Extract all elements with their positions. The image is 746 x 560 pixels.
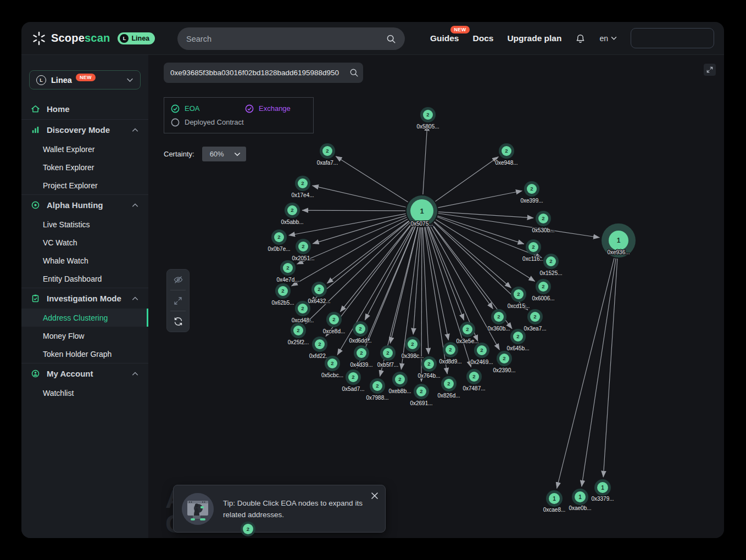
graph-node[interactable]: 20xafa7...: [317, 143, 338, 166]
graph-node[interactable]: 20xcd15...: [508, 287, 530, 309]
graph-node[interactable]: 10xcae8...: [543, 490, 566, 513]
graph-node[interactable]: 20x6006...: [532, 279, 554, 301]
graph-node[interactable]: 20xb5f7...: [377, 345, 398, 368]
graph-node[interactable]: 20x826d...: [437, 376, 460, 399]
graph-node[interactable]: 20xe948...: [495, 143, 517, 166]
wallet-connect-button[interactable]: [631, 28, 714, 48]
graph-node[interactable]: 20x2469...: [470, 343, 493, 365]
graph-edge: [582, 259, 616, 487]
sidebar-item-wallet-explorer[interactable]: Wallet Explorer: [21, 140, 148, 158]
node-address-label: 0x5805...: [416, 124, 439, 130]
sidebar-item-entity-dashboard[interactable]: Entity Dashboard: [21, 270, 148, 288]
fit-view-button[interactable]: [167, 290, 189, 311]
language-selector[interactable]: en: [599, 34, 617, 43]
node-address-label: 0x5075...: [410, 221, 433, 227]
chevron-up-icon: [132, 372, 138, 376]
graph-node[interactable]: 20x7988...: [366, 378, 388, 401]
node-badge: 2: [533, 313, 536, 320]
nav-guides[interactable]: Guides NEW: [430, 33, 459, 43]
graph-node[interactable]: 20xd6dd...: [349, 321, 371, 344]
search-input[interactable]: [186, 35, 386, 43]
filter-eoa[interactable]: EOA: [171, 104, 245, 113]
address-input[interactable]: [164, 69, 349, 77]
graph-node[interactable]: 20x398c...: [402, 337, 424, 359]
graph-node[interactable]: 20xcd48...: [292, 301, 314, 323]
certainty-dropdown[interactable]: 60%: [202, 147, 246, 161]
graph-node[interactable]: 20xeb8b...: [388, 372, 411, 394]
sidebar-item-home[interactable]: Home: [21, 99, 148, 119]
nav-upgrade-plan[interactable]: Upgrade plan: [507, 33, 561, 43]
sidebar-section-investigation-mode[interactable]: Investigation Mode: [21, 288, 148, 309]
sidebar-section-discovery-mode[interactable]: Discovery Mode: [21, 120, 148, 140]
graph-node[interactable]: 10x5075...: [407, 195, 437, 227]
sidebar-section-alpha-hunting[interactable]: Alpha Hunting: [21, 195, 148, 215]
graph-node[interactable]: 20x764b...: [417, 356, 440, 379]
graph-edge: [327, 221, 409, 283]
graph-node[interactable]: 20xfd22...: [309, 337, 330, 359]
sidebar-item-project-explorer[interactable]: Project Explorer: [21, 176, 148, 194]
brand-logo[interactable]: Scopescan L Linea: [31, 31, 155, 46]
sidebar-item-token-holder-graph[interactable]: Token Holder Graph: [21, 345, 148, 363]
graph-node[interactable]: 20x3ea7...: [524, 309, 546, 332]
graph-node[interactable]: 10xae0b...: [569, 489, 591, 511]
nav-docs[interactable]: Docs: [472, 33, 493, 43]
graph-node[interactable]: 20xce8d...: [323, 312, 346, 334]
graph-node[interactable]: 20x17e4...: [291, 176, 314, 198]
chain-selector-dropdown[interactable]: L Linea NEW: [29, 70, 141, 89]
graph-node[interactable]: 20x2691...: [410, 384, 432, 406]
graph-edge: [438, 213, 600, 237]
refresh-button[interactable]: [167, 311, 189, 332]
graph-node-partial[interactable]: 2: [241, 522, 255, 536]
target-icon: [31, 200, 40, 210]
user-icon: [31, 369, 40, 378]
graph-node[interactable]: 10xe936...: [602, 223, 636, 257]
graph-node[interactable]: 20x25f2...: [288, 323, 309, 345]
graph-node[interactable]: 20x3e5e...: [456, 322, 478, 344]
node-address-label: 0x2051...: [292, 255, 314, 261]
fullscreen-button[interactable]: [704, 64, 716, 76]
sidebar-item-token-explorer[interactable]: Token Explorer: [21, 158, 148, 176]
filter-exchange[interactable]: Exchange: [245, 104, 307, 113]
graph-node[interactable]: 20x6432...: [308, 282, 330, 304]
node-address-label: 0xe948...: [495, 160, 517, 166]
graph-node[interactable]: 20x4e7d...: [276, 260, 299, 283]
graph-node[interactable]: 20x2051...: [292, 239, 314, 261]
sidebar-item-vc-watch[interactable]: VC Watch: [21, 233, 148, 251]
graph-node[interactable]: 20x5ad7...: [342, 369, 364, 392]
close-icon[interactable]: [370, 491, 379, 500]
sidebar-item-money-flow[interactable]: Money Flow: [21, 327, 148, 345]
graph-node[interactable]: 20x5abb...: [281, 203, 303, 225]
sidebar-item-live-statistics[interactable]: Live Statistics: [21, 215, 148, 233]
graph-node[interactable]: 20xe399...: [520, 181, 543, 204]
sidebar-item-whale-watch[interactable]: Whale Watch: [21, 251, 148, 270]
graph-node[interactable]: 10x3379...: [591, 479, 614, 502]
sidebar-section-my-account[interactable]: My Account: [21, 363, 148, 384]
filter-deployed-contract[interactable]: Deployed Contract: [171, 118, 307, 127]
node-badge: 2: [503, 355, 505, 361]
graph-node[interactable]: 20x645b...: [506, 329, 529, 351]
graph-node[interactable]: 20x360b...: [487, 309, 510, 332]
node-address-label: 0xce8d...: [323, 328, 346, 334]
graph-node[interactable]: 20x530b...: [532, 211, 554, 233]
graph-node[interactable]: 20x7487...: [463, 369, 485, 391]
notification-bell-icon[interactable]: [575, 33, 586, 44]
graph-node[interactable]: 20x4d39...: [350, 345, 372, 368]
sidebar-item-watchlist[interactable]: Watchlist: [21, 384, 148, 402]
graph-canvas[interactable]: A C 10x5075...10xe936...20x5805...20xafa…: [148, 55, 724, 538]
sidebar-item-address-clustering[interactable]: Address Clustering: [21, 309, 148, 327]
graph-edge: [401, 227, 420, 369]
graph-node[interactable]: 20x62b5...: [271, 283, 294, 306]
hide-labels-button[interactable]: [167, 270, 189, 290]
address-search-field[interactable]: [164, 63, 363, 83]
home-icon: [31, 104, 40, 114]
graph-node[interactable]: 20x5cbc...: [321, 356, 343, 378]
graph-node[interactable]: 20x5805...: [416, 107, 439, 130]
node-badge: 2: [472, 373, 475, 379]
node-badge: 2: [516, 333, 519, 339]
graph-node[interactable]: 20xc116...: [522, 239, 544, 262]
graph-node[interactable]: 20xd8d9...: [439, 342, 461, 365]
graph-node[interactable]: 20x0b7e...: [268, 229, 290, 252]
global-search[interactable]: [177, 27, 405, 50]
graph-node[interactable]: 20x2390...: [493, 351, 515, 373]
graph-node[interactable]: 20x1525...: [539, 254, 562, 276]
